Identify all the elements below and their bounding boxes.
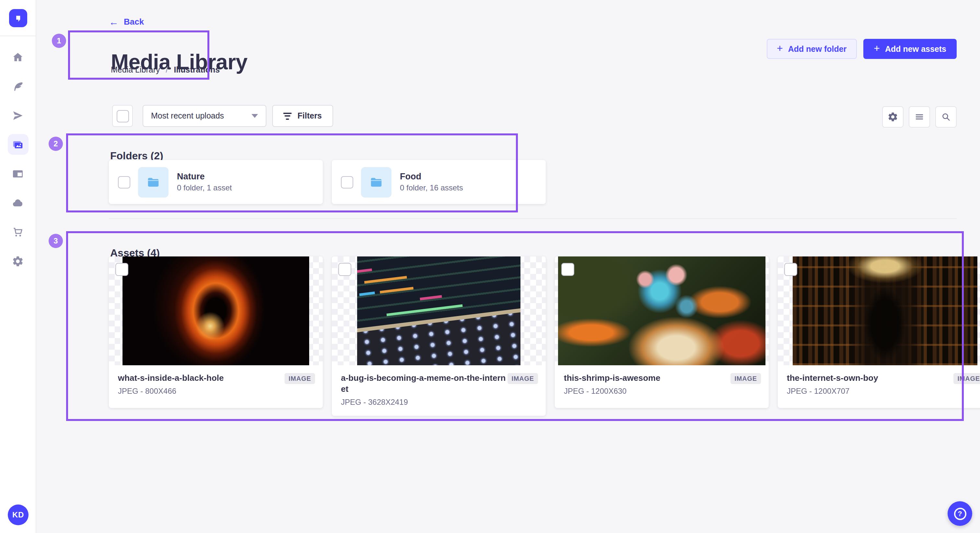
cloud-icon <box>12 197 24 209</box>
breadcrumb: Media Library / Illustrations <box>111 65 220 75</box>
asset-image-library <box>792 257 977 365</box>
asset-checkbox[interactable] <box>338 263 351 276</box>
breadcrumb-parent[interactable]: Media Library <box>111 65 160 75</box>
header-actions: + Add new folder + Add new assets <box>767 39 957 59</box>
section-divider <box>109 218 957 219</box>
assets-list: what-s-inside-a-black-hole JPEG - 800X46… <box>109 257 980 416</box>
sidebar-item-deploy[interactable] <box>8 192 28 213</box>
asset-footer: this-shrimp-is-awesome JPEG - 1200X630 I… <box>555 365 769 408</box>
sidebar-item-releases[interactable] <box>8 105 28 125</box>
add-folder-label: Add new folder <box>788 44 847 54</box>
filters-label: Filters <box>298 111 322 121</box>
asset-card-internet-own-boy[interactable]: the-internet-s-own-boy JPEG - 1200X707 I… <box>778 257 980 408</box>
asset-meta: JPEG - 800X466 <box>118 387 224 396</box>
breadcrumb-current: Illustrations <box>174 65 220 75</box>
sidebar-nav <box>0 36 36 271</box>
asset-footer: a-bug-is-becoming-a-meme-on-the-internet… <box>332 365 546 416</box>
folder-icon <box>369 174 384 189</box>
sidebar-item-home[interactable] <box>8 47 28 67</box>
user-avatar[interactable]: KD <box>8 504 29 525</box>
asset-meta: JPEG - 3628X2419 <box>341 398 508 407</box>
asset-type-badge: IMAGE <box>285 373 315 384</box>
asset-type-badge: IMAGE <box>508 373 538 384</box>
asset-meta: JPEG - 1200X707 <box>787 387 878 396</box>
asset-card-shrimp[interactable]: this-shrimp-is-awesome JPEG - 1200X630 I… <box>555 257 769 408</box>
main-content: ← Back Media Library Media Library / Ill… <box>36 0 980 533</box>
select-all-checkbox-button[interactable] <box>112 105 133 127</box>
strapi-logo-icon <box>11 11 25 25</box>
asset-checkbox[interactable] <box>784 263 797 276</box>
plus-icon: + <box>874 43 880 54</box>
back-label: Back <box>124 17 144 27</box>
asset-thumbnail <box>332 257 546 365</box>
asset-card-black-hole[interactable]: what-s-inside-a-black-hole JPEG - 800X46… <box>109 257 323 408</box>
media-library-page: KD ← Back Media Library Media Library / … <box>0 0 980 533</box>
sort-dropdown[interactable]: Most recent uploads <box>143 105 266 127</box>
add-new-folder-button[interactable]: + Add new folder <box>767 39 857 59</box>
asset-checkbox[interactable] <box>561 263 574 276</box>
sidebar-item-content-type-builder[interactable] <box>8 163 28 184</box>
search-button[interactable] <box>935 106 957 128</box>
folder-info: Food 0 folder, 16 assets <box>400 171 463 192</box>
asset-image-black-hole <box>123 257 309 365</box>
breadcrumb-separator: / <box>165 65 168 75</box>
asset-type-badge: IMAGE <box>730 373 761 384</box>
select-all-checkbox[interactable] <box>116 110 129 122</box>
asset-info: the-internet-s-own-boy JPEG - 1200X707 <box>787 373 878 396</box>
sidebar-item-settings[interactable] <box>8 251 28 271</box>
settings-button[interactable] <box>882 106 904 128</box>
folder-card-nature[interactable]: Nature 0 folder, 1 asset <box>109 160 323 204</box>
list-view-button[interactable] <box>909 106 930 128</box>
paper-plane-icon <box>12 109 24 121</box>
folder-tile <box>138 167 169 197</box>
add-new-assets-button[interactable]: + Add new assets <box>863 39 957 59</box>
media-library-icon <box>12 138 24 151</box>
chevron-down-icon <box>251 114 258 118</box>
sidebar-item-media-library[interactable] <box>8 134 28 155</box>
folder-name: Food <box>400 171 463 181</box>
folder-icon <box>146 174 161 189</box>
asset-card-bug-meme[interactable]: a-bug-is-becoming-a-meme-on-the-internet… <box>332 257 546 416</box>
cart-icon <box>12 226 24 238</box>
asset-thumbnail <box>778 257 980 365</box>
asset-image-shrimp <box>558 257 765 365</box>
layout-icon <box>12 167 24 180</box>
plus-icon: + <box>777 43 783 54</box>
folder-checkbox[interactable] <box>118 176 130 188</box>
asset-info: this-shrimp-is-awesome JPEG - 1200X630 <box>564 373 660 396</box>
gear-icon <box>12 255 24 267</box>
sidebar-item-content-manager[interactable] <box>8 76 28 97</box>
folders-list: Nature 0 folder, 1 asset Food 0 folder, … <box>109 160 546 204</box>
asset-title: the-internet-s-own-boy <box>787 373 878 384</box>
feather-icon <box>12 80 24 92</box>
sort-value: Most recent uploads <box>151 111 224 121</box>
asset-thumbnail <box>109 257 323 365</box>
asset-title: what-s-inside-a-black-hole <box>118 373 224 384</box>
back-link[interactable]: ← Back <box>109 17 144 27</box>
asset-thumbnail <box>555 257 769 365</box>
asset-info: what-s-inside-a-black-hole JPEG - 800X46… <box>118 373 224 396</box>
folder-name: Nature <box>177 171 232 181</box>
home-icon <box>12 51 24 63</box>
list-view-icon <box>914 111 925 122</box>
asset-image-code-laptop <box>357 257 520 365</box>
folder-info: Nature 0 folder, 1 asset <box>177 171 232 192</box>
asset-footer: what-s-inside-a-black-hole JPEG - 800X46… <box>109 365 323 408</box>
toolbar-right <box>882 106 957 128</box>
asset-meta: JPEG - 1200X630 <box>564 387 660 396</box>
asset-checkbox[interactable] <box>115 263 128 276</box>
asset-type-badge: IMAGE <box>953 373 980 384</box>
strapi-logo[interactable] <box>9 9 27 27</box>
search-icon <box>940 111 951 122</box>
help-button[interactable]: ? <box>948 501 972 526</box>
filter-icon <box>283 113 292 119</box>
folder-card-food[interactable]: Food 0 folder, 16 assets <box>332 160 546 204</box>
asset-info: a-bug-is-becoming-a-meme-on-the-internet… <box>341 373 508 407</box>
folder-checkbox[interactable] <box>341 176 353 188</box>
sidebar-item-marketplace[interactable] <box>8 222 28 242</box>
asset-title: a-bug-is-becoming-a-meme-on-the-internet <box>341 373 508 395</box>
asset-title: this-shrimp-is-awesome <box>564 373 660 384</box>
asset-footer: the-internet-s-own-boy JPEG - 1200X707 I… <box>778 365 980 408</box>
filters-button[interactable]: Filters <box>272 105 333 127</box>
logo-container <box>0 0 36 36</box>
